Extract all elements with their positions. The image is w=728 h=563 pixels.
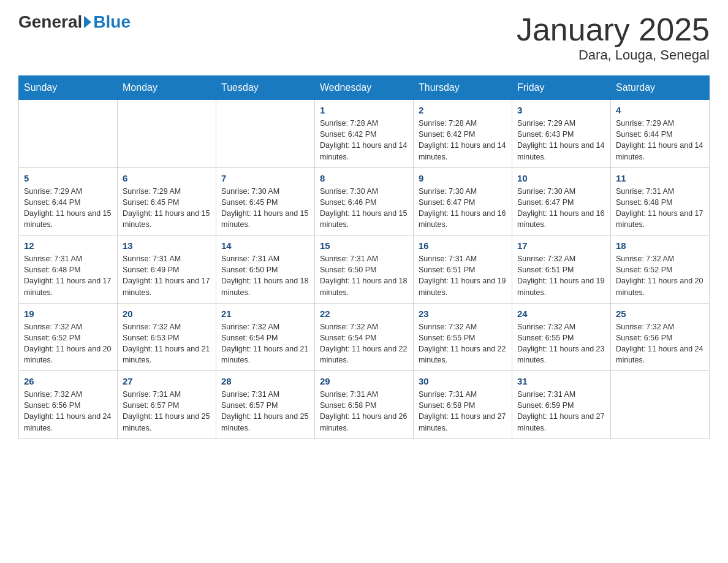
logo: General Blue — [18, 12, 131, 32]
weekday-header-tuesday: Tuesday — [216, 76, 315, 100]
day-number: 26 — [24, 376, 112, 386]
calendar-cell: 16Sunrise: 7:31 AMSunset: 6:51 PMDayligh… — [414, 236, 512, 304]
weekday-header-monday: Monday — [118, 76, 216, 100]
calendar-cell: 31Sunrise: 7:31 AMSunset: 6:59 PMDayligh… — [512, 371, 611, 439]
day-number: 6 — [123, 173, 211, 183]
day-info: Sunrise: 7:32 AMSunset: 6:51 PMDaylight:… — [517, 253, 605, 298]
day-number: 28 — [221, 376, 309, 386]
day-number: 10 — [517, 173, 605, 183]
day-number: 23 — [419, 308, 507, 319]
calendar-cell: 3Sunrise: 7:29 AMSunset: 6:43 PMDaylight… — [512, 100, 611, 168]
day-info: Sunrise: 7:29 AMSunset: 6:45 PMDaylight:… — [123, 186, 211, 231]
day-number: 11 — [616, 173, 704, 183]
day-number: 12 — [24, 240, 112, 251]
logo-blue-text: Blue — [93, 12, 131, 32]
day-info: Sunrise: 7:31 AMSunset: 6:48 PMDaylight:… — [24, 253, 112, 298]
calendar-cell: 4Sunrise: 7:29 AMSunset: 6:44 PMDaylight… — [611, 100, 710, 168]
day-number: 1 — [320, 105, 408, 115]
calendar-cell: 6Sunrise: 7:29 AMSunset: 6:45 PMDaylight… — [118, 167, 216, 236]
calendar-cell: 14Sunrise: 7:31 AMSunset: 6:50 PMDayligh… — [216, 236, 315, 304]
calendar-cell: 25Sunrise: 7:32 AMSunset: 6:56 PMDayligh… — [611, 303, 710, 371]
day-info: Sunrise: 7:29 AMSunset: 6:44 PMDaylight:… — [24, 186, 112, 231]
title-section: January 2025 Dara, Louga, Senegal — [517, 12, 710, 63]
day-number: 22 — [320, 308, 408, 319]
calendar-cell: 10Sunrise: 7:30 AMSunset: 6:47 PMDayligh… — [512, 167, 611, 236]
logo-general-text: General — [18, 12, 82, 32]
day-number: 30 — [419, 376, 507, 386]
calendar-cell — [118, 100, 216, 168]
calendar-cell: 5Sunrise: 7:29 AMSunset: 6:44 PMDaylight… — [19, 167, 118, 236]
day-info: Sunrise: 7:32 AMSunset: 6:54 PMDaylight:… — [221, 321, 309, 366]
day-info: Sunrise: 7:28 AMSunset: 6:42 PMDaylight:… — [320, 118, 408, 163]
location-title: Dara, Louga, Senegal — [517, 47, 710, 63]
weekday-header-row: SundayMondayTuesdayWednesdayThursdayFrid… — [19, 76, 710, 100]
day-number: 21 — [221, 308, 309, 319]
calendar-cell — [216, 100, 315, 168]
day-info: Sunrise: 7:31 AMSunset: 6:58 PMDaylight:… — [320, 389, 408, 434]
day-info: Sunrise: 7:30 AMSunset: 6:45 PMDaylight:… — [221, 186, 309, 231]
page-header: General Blue January 2025 Dara, Louga, S… — [18, 12, 710, 63]
day-info: Sunrise: 7:31 AMSunset: 6:58 PMDaylight:… — [419, 389, 507, 434]
day-info: Sunrise: 7:32 AMSunset: 6:53 PMDaylight:… — [123, 321, 211, 366]
weekday-header-friday: Friday — [512, 76, 611, 100]
week-row-5: 26Sunrise: 7:32 AMSunset: 6:56 PMDayligh… — [19, 371, 710, 439]
day-info: Sunrise: 7:30 AMSunset: 6:46 PMDaylight:… — [320, 186, 408, 231]
weekday-header-thursday: Thursday — [414, 76, 512, 100]
day-number: 8 — [320, 173, 408, 183]
day-number: 3 — [517, 105, 605, 115]
week-row-4: 19Sunrise: 7:32 AMSunset: 6:52 PMDayligh… — [19, 303, 710, 371]
day-number: 7 — [221, 173, 309, 183]
day-info: Sunrise: 7:28 AMSunset: 6:42 PMDaylight:… — [419, 118, 507, 163]
day-number: 2 — [419, 105, 507, 115]
week-row-3: 12Sunrise: 7:31 AMSunset: 6:48 PMDayligh… — [19, 236, 710, 304]
logo-arrow-icon — [84, 16, 91, 28]
calendar-cell: 9Sunrise: 7:30 AMSunset: 6:47 PMDaylight… — [414, 167, 512, 236]
day-info: Sunrise: 7:31 AMSunset: 6:50 PMDaylight:… — [221, 253, 309, 298]
day-info: Sunrise: 7:30 AMSunset: 6:47 PMDaylight:… — [419, 186, 507, 231]
day-info: Sunrise: 7:29 AMSunset: 6:43 PMDaylight:… — [517, 118, 605, 163]
calendar-cell: 18Sunrise: 7:32 AMSunset: 6:52 PMDayligh… — [611, 236, 710, 304]
day-info: Sunrise: 7:29 AMSunset: 6:44 PMDaylight:… — [616, 118, 704, 163]
day-info: Sunrise: 7:31 AMSunset: 6:57 PMDaylight:… — [221, 389, 309, 434]
day-info: Sunrise: 7:31 AMSunset: 6:48 PMDaylight:… — [616, 186, 704, 231]
calendar-cell: 26Sunrise: 7:32 AMSunset: 6:56 PMDayligh… — [19, 371, 118, 439]
calendar-table: SundayMondayTuesdayWednesdayThursdayFrid… — [18, 75, 710, 439]
calendar-cell: 12Sunrise: 7:31 AMSunset: 6:48 PMDayligh… — [19, 236, 118, 304]
day-number: 18 — [616, 240, 704, 251]
calendar-cell: 1Sunrise: 7:28 AMSunset: 6:42 PMDaylight… — [315, 100, 414, 168]
calendar-cell: 20Sunrise: 7:32 AMSunset: 6:53 PMDayligh… — [118, 303, 216, 371]
day-number: 17 — [517, 240, 605, 251]
day-number: 31 — [517, 376, 605, 386]
weekday-header-sunday: Sunday — [19, 76, 118, 100]
day-info: Sunrise: 7:32 AMSunset: 6:52 PMDaylight:… — [616, 253, 704, 298]
calendar-cell: 30Sunrise: 7:31 AMSunset: 6:58 PMDayligh… — [414, 371, 512, 439]
calendar-cell: 23Sunrise: 7:32 AMSunset: 6:55 PMDayligh… — [414, 303, 512, 371]
day-info: Sunrise: 7:32 AMSunset: 6:52 PMDaylight:… — [24, 321, 112, 366]
day-info: Sunrise: 7:32 AMSunset: 6:55 PMDaylight:… — [419, 321, 507, 366]
day-number: 14 — [221, 240, 309, 251]
calendar-cell: 21Sunrise: 7:32 AMSunset: 6:54 PMDayligh… — [216, 303, 315, 371]
calendar-cell: 17Sunrise: 7:32 AMSunset: 6:51 PMDayligh… — [512, 236, 611, 304]
day-info: Sunrise: 7:30 AMSunset: 6:47 PMDaylight:… — [517, 186, 605, 231]
day-info: Sunrise: 7:32 AMSunset: 6:55 PMDaylight:… — [517, 321, 605, 366]
day-info: Sunrise: 7:31 AMSunset: 6:57 PMDaylight:… — [123, 389, 211, 434]
week-row-1: 1Sunrise: 7:28 AMSunset: 6:42 PMDaylight… — [19, 100, 710, 168]
calendar-cell: 11Sunrise: 7:31 AMSunset: 6:48 PMDayligh… — [611, 167, 710, 236]
day-number: 27 — [123, 376, 211, 386]
day-info: Sunrise: 7:32 AMSunset: 6:56 PMDaylight:… — [24, 389, 112, 434]
day-number: 13 — [123, 240, 211, 251]
weekday-header-wednesday: Wednesday — [315, 76, 414, 100]
day-info: Sunrise: 7:31 AMSunset: 6:51 PMDaylight:… — [419, 253, 507, 298]
calendar-cell: 19Sunrise: 7:32 AMSunset: 6:52 PMDayligh… — [19, 303, 118, 371]
day-number: 29 — [320, 376, 408, 386]
calendar-cell — [611, 371, 710, 439]
calendar-cell — [19, 100, 118, 168]
day-number: 25 — [616, 308, 704, 319]
calendar-cell: 15Sunrise: 7:31 AMSunset: 6:50 PMDayligh… — [315, 236, 414, 304]
day-info: Sunrise: 7:31 AMSunset: 6:59 PMDaylight:… — [517, 389, 605, 434]
calendar-cell: 22Sunrise: 7:32 AMSunset: 6:54 PMDayligh… — [315, 303, 414, 371]
calendar-cell: 7Sunrise: 7:30 AMSunset: 6:45 PMDaylight… — [216, 167, 315, 236]
weekday-header-saturday: Saturday — [611, 76, 710, 100]
week-row-2: 5Sunrise: 7:29 AMSunset: 6:44 PMDaylight… — [19, 167, 710, 236]
calendar-cell: 27Sunrise: 7:31 AMSunset: 6:57 PMDayligh… — [118, 371, 216, 439]
